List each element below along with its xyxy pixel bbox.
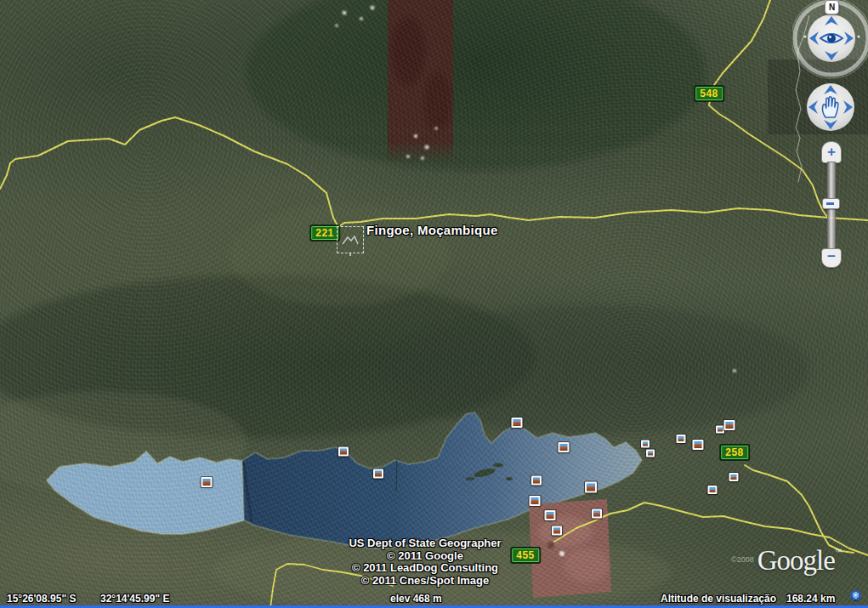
attribution-line: © 2011 Google xyxy=(349,550,501,563)
red-imagery-strip xyxy=(388,0,453,163)
route-badge-258: 258 xyxy=(721,446,748,459)
photo-thumbnail-icon xyxy=(533,478,540,484)
route-badge-455: 455 xyxy=(512,548,539,562)
photo-thumbnail-icon xyxy=(340,449,347,455)
photo-thumbnail-icon xyxy=(375,471,382,477)
photo-thumbnail-icon xyxy=(648,452,653,456)
attribution-line: © 2011 Cnes/Spot Image xyxy=(349,575,501,588)
photo-thumbnail-icon xyxy=(731,474,737,480)
zoom-in-button[interactable]: + xyxy=(821,141,842,163)
photo-marker[interactable] xyxy=(512,418,523,428)
trademark-symbol: ™ xyxy=(835,548,842,556)
eye-icon xyxy=(820,34,842,43)
route-badge-221: 221 xyxy=(311,226,338,240)
photo-marker[interactable] xyxy=(708,486,718,494)
photo-thumbnail-icon xyxy=(710,487,716,492)
photo-marker[interactable] xyxy=(641,440,650,448)
photo-marker[interactable] xyxy=(677,435,686,443)
placemark-icon xyxy=(341,234,360,246)
route-badge-548: 548 xyxy=(695,87,723,100)
photo-marker[interactable] xyxy=(729,473,739,481)
photo-marker[interactable] xyxy=(693,440,704,450)
photo-thumbnail-icon xyxy=(593,511,600,517)
view-altitude-label: Altitude de visualização xyxy=(661,593,776,605)
photo-thumbnail-icon xyxy=(531,497,539,504)
photo-thumbnail-icon xyxy=(695,441,702,448)
photo-thumbnail-icon xyxy=(547,512,554,519)
photo-marker[interactable] xyxy=(531,476,542,486)
photo-thumbnail-icon xyxy=(553,528,560,534)
placemark-selection-box[interactable] xyxy=(337,226,364,253)
photo-marker[interactable] xyxy=(373,469,383,479)
photo-marker[interactable] xyxy=(646,450,655,457)
photo-thumbnail-icon xyxy=(678,436,684,441)
photo-thumbnail-icon xyxy=(513,419,521,426)
photo-marker[interactable] xyxy=(592,509,602,519)
photo-thumbnail-icon xyxy=(718,428,723,432)
photo-marker[interactable] xyxy=(545,510,556,520)
earth-view[interactable]: 548221258455 Fingoe, Moçambique US Dept … xyxy=(0,0,868,608)
photo-thumbnail-icon xyxy=(726,422,734,429)
logo-copyright: ©2008 xyxy=(731,555,754,564)
map-attribution: US Dept of State Geographer© 2011 Google… xyxy=(349,537,501,587)
zoom-out-button[interactable]: − xyxy=(821,248,842,268)
photo-marker[interactable] xyxy=(716,426,724,434)
google-watermark: ©2008Google™ xyxy=(731,545,842,577)
photo-marker[interactable] xyxy=(201,477,213,487)
ring-tick-west xyxy=(803,35,806,37)
north-button[interactable]: N xyxy=(825,0,839,14)
zoom-slider-handle[interactable] xyxy=(822,198,840,209)
move-joystick[interactable] xyxy=(803,80,858,134)
photo-marker[interactable] xyxy=(585,482,597,493)
photo-marker[interactable] xyxy=(530,496,541,506)
google-logo-text: Google xyxy=(757,545,835,576)
ring-tick-east xyxy=(857,35,859,37)
streaming-progress-icon xyxy=(850,590,861,601)
longitude-readout: 32°14'45.99" E xyxy=(100,593,169,605)
photo-marker[interactable] xyxy=(724,420,735,430)
attribution-line: US Dept of State Geographer xyxy=(349,537,501,550)
placemark-anchor xyxy=(349,253,351,256)
map-features-layer xyxy=(0,0,868,608)
elevation-readout: elev 468 m xyxy=(390,593,442,605)
zoom-handle-mark xyxy=(826,202,834,205)
photo-thumbnail-icon xyxy=(203,479,211,486)
photo-thumbnail-icon xyxy=(643,442,648,446)
photo-thumbnail-icon xyxy=(587,484,595,492)
place-label: Fingoe, Moçambique xyxy=(366,223,498,237)
photo-marker[interactable] xyxy=(552,526,562,536)
attribution-line: © 2011 LeadDog Consulting xyxy=(349,562,501,575)
lake-west-arm xyxy=(47,452,244,534)
view-altitude-value: 168.24 km xyxy=(786,593,835,605)
road-258 xyxy=(745,465,854,553)
latitude-readout: 15°26'08.95" S xyxy=(7,593,76,605)
photo-marker[interactable] xyxy=(338,447,349,457)
photo-thumbnail-icon xyxy=(560,444,568,451)
photo-marker[interactable] xyxy=(559,442,570,452)
